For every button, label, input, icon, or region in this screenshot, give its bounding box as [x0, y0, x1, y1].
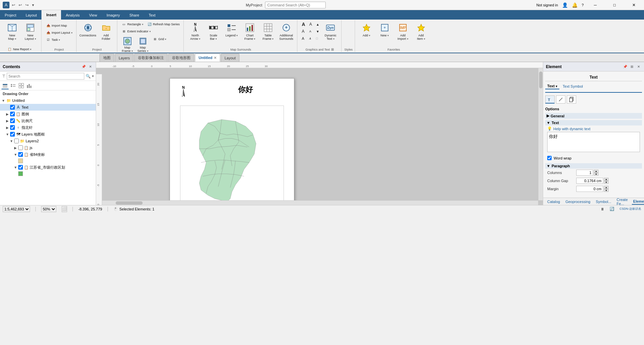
bottom-tab-catalog[interactable]: Catalog: [546, 199, 561, 204]
rp-tab-text[interactable]: Text ▾: [545, 83, 559, 89]
text-scroll-up-btn[interactable]: ▲: [314, 21, 321, 28]
tree-expand-untitled[interactable]: ▼: [1, 98, 5, 103]
rp-general-section[interactable]: ▶ General: [545, 113, 642, 119]
north-arrow-element[interactable]: N: [180, 85, 187, 99]
notification-icon[interactable]: 🔔: [572, 2, 578, 8]
table-frame-btn[interactable]: TableFrame ▾: [259, 21, 277, 45]
tree-item-sheng84[interactable]: ▼ 📋 省84坐标: [0, 151, 96, 158]
scale-bar-btn[interactable]: ScaleBar ▾: [205, 21, 222, 45]
rp-paragraph-section[interactable]: ▼ Paragraph: [545, 163, 642, 169]
tree-expand-sheng84[interactable]: ▼: [13, 152, 18, 156]
doc-tab-layout[interactable]: Layout: [221, 54, 239, 62]
command-search[interactable]: [265, 2, 326, 8]
undo-btn2[interactable]: ↩: [18, 3, 23, 7]
tab-project[interactable]: Project: [0, 11, 21, 20]
tree-item-northarrow[interactable]: ▶ ↑ 指北针: [0, 124, 96, 131]
text-style-5-btn[interactable]: A: [308, 28, 314, 35]
additional-surrounds-btn[interactable]: + AdditionalSurrounds: [277, 21, 295, 45]
north-arrow-btn[interactable]: N NorthArrow ▾: [186, 21, 204, 45]
sidebar-pin-btn[interactable]: 📌: [81, 64, 86, 69]
rp-help-link[interactable]: 💡 Help with dynamic text: [545, 125, 642, 132]
sidebar-close-btn[interactable]: ✕: [88, 64, 93, 69]
chart-frame-btn[interactable]: ChartFrame ▾: [241, 21, 259, 45]
map-frame-element[interactable]: [180, 106, 284, 205]
add-folder-btn[interactable]: + AddFolder: [97, 21, 115, 45]
zoom-dropdown[interactable]: 50%: [41, 206, 56, 212]
tree-checkbox-layers-frame[interactable]: [10, 132, 15, 137]
close-btn[interactable]: ✕: [626, 0, 641, 10]
canvas-scrollbar-h-thumb[interactable]: [116, 201, 143, 205]
layout-tool-btn[interactable]: ⬜: [62, 206, 67, 212]
tree-expand-layers2[interactable]: ▼: [9, 139, 13, 143]
main-canvas[interactable]: N 你好: [102, 68, 543, 205]
rectangle-btn[interactable]: ▭ Rectangle ▾: [120, 21, 145, 28]
import-layout-btn[interactable]: 📥 Import Layout ▾: [44, 29, 74, 36]
doc-tab-imagery[interactable]: 谷歌影像加标注: [134, 54, 168, 62]
rp-margin-input[interactable]: [576, 186, 603, 192]
rp-columns-up-btn[interactable]: ▲: [594, 170, 598, 173]
tree-item-jiangsu[interactable]: ▼ 📋 江苏省_市级行政区划: [0, 164, 96, 171]
refresh-map-series-btn[interactable]: 🔄 Refresh Map Series: [146, 21, 182, 28]
sidebar-tool-grid-btn[interactable]: [18, 82, 25, 89]
text-scroll-down-btn[interactable]: ▼: [314, 28, 321, 35]
task-btn[interactable]: ☑ Task ▾: [44, 36, 74, 43]
tree-checkbox-northarrow[interactable]: [10, 125, 15, 130]
tree-expand-js[interactable]: ▶: [13, 146, 18, 150]
tree-expand-scale[interactable]: ▶: [5, 119, 9, 123]
text-style-1-btn[interactable]: A: [300, 21, 307, 28]
rp-column-gap-up-btn[interactable]: ▲: [604, 178, 609, 181]
new-layout-btn[interactable]: NewLayout ▾: [22, 21, 39, 45]
tree-checkbox-layers2[interactable]: [14, 139, 19, 143]
rp-icon-tab-copy[interactable]: [567, 95, 576, 104]
tab-text[interactable]: Text: [144, 11, 160, 20]
add-item-btn[interactable]: AddItem ▾: [412, 21, 430, 45]
minimize-btn[interactable]: ─: [588, 0, 603, 10]
undo-btn[interactable]: ↩: [11, 3, 16, 7]
tree-checkbox-legend[interactable]: [10, 112, 15, 116]
doc-tab-layers[interactable]: Layers: [115, 54, 134, 62]
user-icon[interactable]: 👤: [562, 2, 568, 8]
tab-layout[interactable]: Layout: [21, 11, 41, 20]
add-favorites-btn[interactable]: + Add ▾: [358, 21, 375, 45]
tab-insert[interactable]: Insert: [41, 10, 61, 20]
text-style-3-btn[interactable]: A: [300, 35, 307, 42]
tree-item-untitled[interactable]: ▼ 📁 Untitled: [0, 97, 96, 104]
rp-icon-tab-pencil[interactable]: [556, 95, 565, 104]
tab-imagery[interactable]: Imagery: [102, 11, 125, 20]
text-style-2-btn[interactable]: A: [300, 28, 307, 35]
sidebar-tool-layers-btn[interactable]: [1, 82, 9, 89]
tree-item-layers2[interactable]: ▼ 📁 Layers2: [0, 138, 96, 144]
canvas-scrollbar-v[interactable]: [538, 68, 543, 200]
sidebar-search-dropdown-btn[interactable]: ▾: [92, 74, 94, 78]
map-series-btn[interactable]: MapSeries ▾: [136, 36, 150, 53]
bottom-tab-symbology[interactable]: Symbol...: [594, 199, 613, 204]
doc-tab-map[interactable]: 地图: [99, 54, 114, 62]
tab-analysis[interactable]: Analysis: [61, 11, 84, 20]
sidebar-search-icon[interactable]: 🔍: [86, 74, 91, 79]
sidebar-tool-chart-btn[interactable]: [26, 82, 33, 89]
rp-pin-btn[interactable]: 📌: [622, 64, 628, 69]
grid-btn[interactable]: ⊞ Grid ▾: [151, 36, 168, 42]
new-report-btn[interactable]: 📋 New Report ▾: [6, 46, 37, 53]
layout-page[interactable]: N 你好: [170, 78, 294, 205]
dynamic-text-btn[interactable]: Dyn DynamicText ▾: [322, 21, 339, 45]
map-title-element[interactable]: 你好: [204, 85, 287, 95]
rp-margin-up-btn[interactable]: ▲: [604, 186, 609, 189]
rp-tab-text-symbol[interactable]: Text Symbol: [561, 84, 585, 89]
doc-tab-terrain[interactable]: 谷歌地形图: [168, 54, 194, 62]
add-import-btn[interactable]: IMP AddImport ▾: [394, 21, 412, 45]
status-sync-btn[interactable]: 🔄: [610, 207, 614, 211]
text-style-4-btn[interactable]: A: [308, 21, 314, 28]
sidebar-search-input[interactable]: [7, 73, 84, 80]
text-style-6-btn[interactable]: 𝑨: [308, 35, 314, 42]
connections-btn[interactable]: Connections: [79, 21, 97, 45]
help-btn[interactable]: ?: [582, 3, 584, 7]
tree-checkbox-jiangsu[interactable]: [18, 165, 23, 170]
tree-checkbox-text[interactable]: [10, 105, 15, 110]
rp-column-gap-input[interactable]: [576, 178, 603, 184]
maximize-btn[interactable]: □: [607, 0, 622, 10]
bottom-tab-element[interactable]: Element: [632, 199, 644, 205]
rp-close-btn[interactable]: ✕: [636, 64, 641, 69]
rp-margin-down-btn[interactable]: ▼: [604, 189, 609, 192]
import-map-btn[interactable]: 📥 Import Map: [44, 22, 74, 29]
